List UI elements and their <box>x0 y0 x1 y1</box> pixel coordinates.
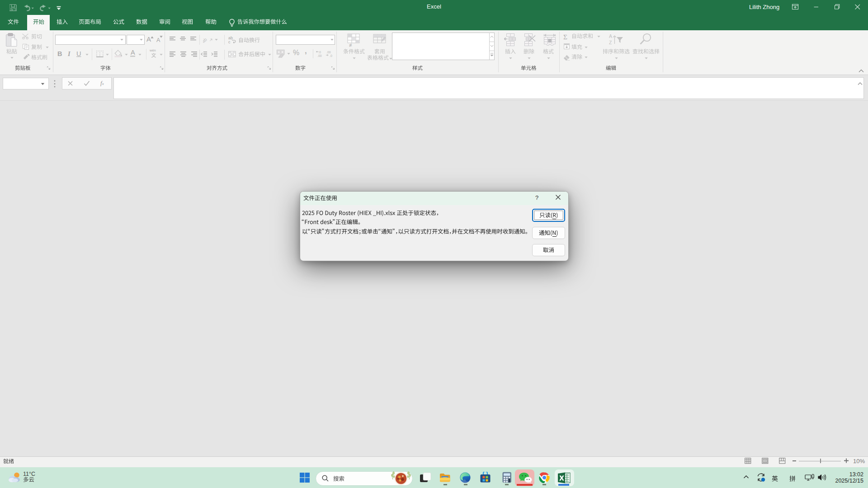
svg-text:c: c <box>228 40 231 44</box>
svg-text:A: A <box>609 33 612 39</box>
svg-text:.0: .0 <box>318 51 321 54</box>
svg-text:wén: wén <box>149 48 156 52</box>
svg-text:.00: .00 <box>326 51 331 54</box>
svg-text:ab: ab <box>203 37 208 44</box>
svg-text:Σ: Σ <box>563 33 567 40</box>
svg-text:≠: ≠ <box>349 43 352 47</box>
svg-text:.00: .00 <box>317 54 322 57</box>
svg-text:.0: .0 <box>330 54 332 57</box>
svg-text:?: ? <box>535 194 538 201</box>
svg-text:Z: Z <box>609 40 612 45</box>
